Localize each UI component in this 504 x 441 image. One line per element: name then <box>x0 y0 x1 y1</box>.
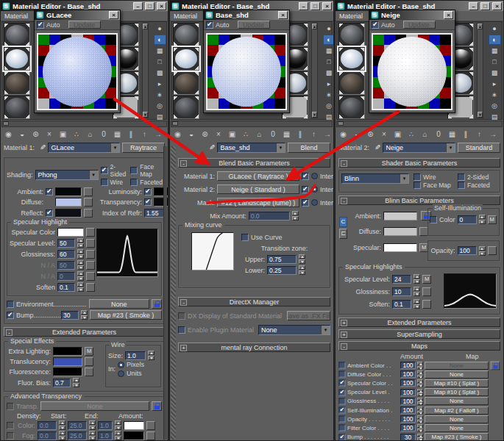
density-checkbox[interactable] <box>7 422 14 429</box>
scroll-thumb[interactable] <box>3 121 9 126</box>
interactive-radio[interactable] <box>311 173 318 179</box>
toggle-checkbox[interactable] <box>458 182 465 189</box>
material-id-channel-icon[interactable]: 0 <box>433 129 444 140</box>
minimize-button[interactable]: – <box>469 2 478 10</box>
map-slot-button[interactable]: None <box>425 424 489 432</box>
param-spinner[interactable] <box>414 287 420 296</box>
effect-map-button[interactable] <box>85 368 93 376</box>
param-spinner[interactable] <box>414 299 420 309</box>
environment-checkbox[interactable] <box>7 301 14 308</box>
rollout-maps[interactable]: -Maps <box>338 341 500 351</box>
luminosity-checkbox[interactable] <box>144 188 152 196</box>
make-material-copy-icon[interactable]: ▣ <box>227 129 238 140</box>
bump-checkbox[interactable] <box>7 312 14 319</box>
param-map-button[interactable] <box>86 261 95 270</box>
map-enable-checkbox[interactable] <box>339 425 346 431</box>
map-amount-field[interactable]: 100 <box>400 424 416 431</box>
sample-vertical-scrollbar[interactable]: ▲▼ <box>311 23 318 118</box>
map-amount-field[interactable]: 100 <box>400 362 416 369</box>
rollout-extended-parameters[interactable]: -Extended Parameters <box>4 327 165 337</box>
interactive-radio[interactable] <box>311 199 318 206</box>
go-forward-to-sibling-icon[interactable]: → <box>153 129 164 140</box>
material-sample-slot[interactable] <box>4 96 30 119</box>
map-enable-checkbox[interactable] <box>339 371 346 378</box>
lock-icon[interactable] <box>152 299 162 309</box>
options-icon[interactable]: ∗ <box>154 90 166 100</box>
end-spinner[interactable] <box>89 420 96 430</box>
self-illum-color-checkbox[interactable] <box>430 216 437 223</box>
select-by-material-icon[interactable]: ◎ <box>323 101 335 111</box>
preview-title-bar[interactable]: S GLacee × <box>35 10 120 20</box>
rollout-closed[interactable]: +SuperSampling <box>338 329 500 339</box>
rollout-directx-manager[interactable]: -DirectX Manager <box>178 297 330 306</box>
map-slot-button[interactable]: None <box>425 370 489 379</box>
sample-uv-tiling-icon[interactable]: □ <box>154 57 166 67</box>
diffuse-swatch[interactable] <box>383 227 417 236</box>
material-type-button[interactable]: Raytrace <box>122 143 165 153</box>
lock-icon[interactable] <box>491 361 500 370</box>
put-to-library-icon[interactable]: ⌂ <box>85 129 96 140</box>
toggle-checkbox[interactable] <box>101 167 108 174</box>
blend-material-button[interactable]: #12 ( Landscape (lume) ) <box>217 198 299 207</box>
pick-material-icon[interactable]: ✎ <box>209 143 215 151</box>
map-amount-field[interactable]: 30 <box>400 434 416 441</box>
diffuse-swatch[interactable] <box>55 198 82 207</box>
param-spinner[interactable] <box>77 249 84 259</box>
ambient-map-button[interactable] <box>84 187 93 196</box>
auto-checkbox[interactable] <box>206 21 213 29</box>
close-button[interactable]: × <box>492 2 502 10</box>
lower-field[interactable]: 0.25 <box>267 266 297 275</box>
map-enable-checkbox[interactable] <box>339 416 346 423</box>
map-amount-spinner[interactable] <box>417 415 423 423</box>
pick-material-icon[interactable]: ✎ <box>375 143 380 151</box>
map-slot-button[interactable]: Map #10 ( Splat ) <box>425 388 489 396</box>
transparency-checkbox[interactable] <box>144 198 152 206</box>
effect-swatch[interactable] <box>53 357 82 366</box>
fluor-bias-spinner[interactable] <box>73 378 79 387</box>
reflect-checkbox[interactable] <box>46 209 53 217</box>
density-map-button[interactable] <box>146 431 155 440</box>
preview-title-bar[interactable]: S Base_shd × <box>204 10 289 20</box>
scroll-thumb[interactable] <box>338 121 344 126</box>
go-to-parent-icon[interactable]: ↑ <box>139 129 150 140</box>
put-to-library-icon[interactable]: ⌂ <box>419 129 430 140</box>
scroll-down-icon[interactable]: ▼ <box>478 112 483 118</box>
start-field[interactable]: 0.0 <box>38 421 57 430</box>
self-illum-spinner[interactable] <box>479 215 486 224</box>
dx-display-checkbox[interactable] <box>178 312 185 320</box>
map-amount-spinner[interactable] <box>417 424 423 431</box>
map-enable-checkbox[interactable] <box>339 434 346 440</box>
effect-map-button[interactable]: M <box>85 347 93 356</box>
go-to-parent-icon[interactable]: ↑ <box>308 129 319 140</box>
start-spinner[interactable] <box>59 431 65 440</box>
make-unique-icon[interactable]: ∴ <box>241 129 252 140</box>
amount-field[interactable]: 1.0 <box>98 431 113 440</box>
end-field[interactable]: 25.0 <box>68 431 87 440</box>
param-spinner[interactable] <box>77 282 84 292</box>
reset-map-icon[interactable]: × <box>44 129 55 140</box>
sample-vertical-scrollbar[interactable]: ▲▼ <box>477 23 483 118</box>
map-amount-spinner[interactable] <box>417 370 423 378</box>
density-checkbox[interactable] <box>7 432 14 440</box>
lower-spinner[interactable] <box>299 265 305 275</box>
start-spinner[interactable] <box>59 420 65 430</box>
blend-enable-checkbox[interactable] <box>302 186 309 193</box>
upper-field[interactable]: 0.75 <box>267 255 297 264</box>
param-field[interactable]: 0.1 <box>57 283 75 292</box>
param-map-button[interactable] <box>86 250 95 259</box>
show-end-result-icon[interactable]: ∥ <box>295 129 306 140</box>
show-map-in-viewport-icon[interactable]: ▦ <box>112 129 123 140</box>
show-map-in-viewport-icon[interactable]: ▦ <box>281 129 292 140</box>
blend-material-button[interactable]: GLacee ( Raytrace ) <box>217 171 299 181</box>
opacity-field[interactable]: 100 <box>458 246 477 255</box>
enable-plugin-checkbox[interactable] <box>178 326 185 334</box>
density-map-button[interactable] <box>146 421 155 430</box>
wire-size-field[interactable]: 1.0 <box>125 351 146 360</box>
material-type-button[interactable]: Standard <box>458 143 500 153</box>
reset-map-icon[interactable]: × <box>213 129 224 140</box>
param-map-button[interactable] <box>86 239 95 248</box>
chevron-down-icon[interactable]: ▼ <box>276 143 285 152</box>
param-spinner[interactable] <box>77 271 84 281</box>
map-enable-checkbox[interactable] <box>339 380 346 387</box>
map-amount-field[interactable]: 100 <box>400 379 416 387</box>
